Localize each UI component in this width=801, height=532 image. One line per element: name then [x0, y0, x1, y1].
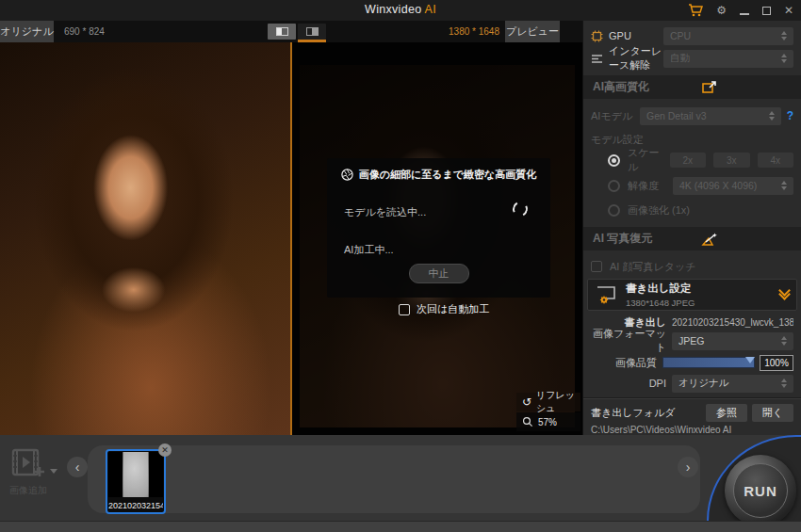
quality-slider[interactable]: [662, 357, 755, 368]
dpi-label: DPI: [591, 378, 666, 389]
side-by-side-view-button[interactable]: [298, 24, 326, 40]
loading-model-text: モデルを読込中...: [344, 205, 426, 219]
tab-preview[interactable]: プレビュー: [505, 21, 560, 42]
upscale-icon: [702, 80, 718, 94]
browse-button[interactable]: 参照: [706, 404, 747, 422]
format-select[interactable]: JPEG: [672, 332, 793, 350]
magnifier-icon: [522, 416, 533, 427]
maximize-button[interactable]: [762, 2, 771, 19]
auto-process-checkbox[interactable]: [399, 304, 410, 315]
resolution-radio[interactable]: [608, 180, 620, 192]
enhance1x-label: 画像強化 (1x): [628, 203, 690, 218]
refresh-label: リフレッシュ: [536, 389, 575, 415]
scale-3x-button[interactable]: 3x: [713, 153, 749, 168]
export-settings-title: 書き出し設定: [626, 282, 695, 296]
updown-caret-icon: [781, 31, 787, 40]
export-settings-icon: [596, 284, 618, 305]
scroll-right-button[interactable]: ›: [678, 457, 698, 477]
thumbnail-image-frame: [108, 452, 163, 497]
scale-2x-button[interactable]: 2x: [670, 153, 706, 168]
processing-dialog: 画像の細部に至るまで緻密な高画質化 モデルを読込中... AI加工中... 中止: [327, 158, 550, 298]
gpu-row: GPU CPU: [583, 26, 801, 45]
folder-path: C:\Users\PC\Videos\Winxvideo AI: [583, 425, 801, 435]
gpu-chip-icon: [591, 30, 603, 42]
ai-model-label: AIモデル: [591, 109, 640, 123]
run-button[interactable]: RUN: [725, 455, 796, 526]
scale-radio[interactable]: [608, 154, 620, 167]
refresh-icon: ↺: [522, 395, 531, 409]
scale-4x-button[interactable]: 4x: [758, 153, 793, 168]
format-label: 画像フォーマット: [591, 327, 666, 355]
resolution-value: 4K (4096 X 4096): [679, 180, 777, 191]
help-icon[interactable]: ?: [787, 109, 793, 122]
enhance-section-title: AI高画質化: [593, 79, 649, 95]
dpi-value: オリジナル: [678, 377, 777, 390]
format-value: JPEG: [678, 335, 777, 347]
export-settings-panel[interactable]: 書き出し設定 1380*1648 JPEG: [587, 279, 797, 311]
deinterlace-label: インターレース解除: [609, 44, 663, 73]
deinterlace-value: 自動: [670, 52, 777, 65]
bottom-strip: [0, 521, 801, 532]
split-view-button[interactable]: [268, 24, 296, 40]
resolution-label: 解像度: [628, 179, 665, 193]
deinterlace-select[interactable]: 自動: [663, 50, 793, 68]
ai-model-value: Gen Detail v3: [646, 110, 765, 121]
add-image-button[interactable]: [11, 448, 60, 482]
close-button[interactable]: ✕: [784, 5, 793, 16]
minimize-button[interactable]: [740, 2, 749, 19]
export-filename: 20210203215430_lwcvk_1380x1648.jpg: [672, 317, 793, 328]
model-settings-label: モデル設定: [583, 133, 801, 146]
side-by-side-view-icon: [306, 27, 319, 36]
format-row: 画像フォーマット JPEG: [583, 331, 801, 350]
retouch-row: AI 顔写真レタッチ: [583, 260, 801, 273]
refresh-button[interactable]: ↺ リフレッシュ: [516, 393, 580, 411]
original-image-pane[interactable]: [0, 42, 290, 435]
view-mode-toggles: [268, 24, 326, 40]
scale-label: スケール: [628, 146, 662, 174]
slider-handle[interactable]: [745, 357, 755, 363]
cancel-button[interactable]: 中止: [409, 264, 469, 283]
gpu-select[interactable]: CPU: [663, 27, 793, 45]
gear-icon[interactable]: ⚙: [716, 5, 727, 16]
film-add-icon: [11, 448, 47, 480]
dpi-row: DPI オリジナル: [583, 375, 801, 392]
sidebar-divider: [583, 397, 801, 399]
magic-wand-icon: [701, 233, 718, 246]
auto-process-label: 次回は自動加工: [417, 302, 489, 316]
restore-section-header: AI 写真復元: [583, 227, 801, 250]
add-dropdown-caret-icon[interactable]: [50, 469, 57, 474]
media-thumbnail[interactable]: 20210203215430 ✕: [106, 449, 166, 514]
open-button[interactable]: 開く: [752, 404, 793, 422]
restore-section-title: AI 写真復元: [593, 231, 652, 247]
media-bar: 画像追加 ‹ 20210203215430 ✕ › RUN: [0, 435, 801, 521]
updown-caret-icon: [781, 336, 787, 346]
deinterlace-row: インターレース解除 自動: [583, 49, 801, 68]
app-name-accent: AI: [425, 3, 436, 16]
scroll-left-button[interactable]: ‹: [67, 457, 88, 477]
export-settings-texts: 書き出し設定 1380*1648 JPEG: [626, 282, 695, 308]
thumbnail-filename: 20210203215430: [108, 501, 163, 510]
enhance1x-row: 画像強化 (1x): [583, 202, 801, 218]
zoom-indicator[interactable]: 57%: [516, 412, 580, 431]
ai-model-select[interactable]: Gen Detail v3: [640, 107, 781, 125]
retouch-checkbox[interactable]: [591, 261, 602, 272]
resolution-select[interactable]: 4K (4096 X 4096): [673, 177, 793, 195]
updown-caret-icon: [781, 181, 787, 190]
retouch-label: AI 顔写真レタッチ: [610, 260, 695, 274]
dialog-title-row: 画像の細部に至るまで緻密な高画質化: [327, 168, 550, 182]
tab-original[interactable]: オリジナル: [0, 21, 54, 42]
thumbnail-close-icon[interactable]: ✕: [158, 443, 172, 457]
updown-caret-icon: [781, 379, 787, 388]
double-chevron-down-icon[interactable]: [780, 291, 789, 298]
cart-icon[interactable]: [688, 4, 703, 17]
updown-caret-icon: [769, 111, 775, 121]
folder-row: 書き出しフォルダ 参照 開く: [583, 404, 801, 422]
view-toolbar: オリジナル 690 * 824 1380 * 1648 プレビュー: [0, 21, 582, 42]
dpi-select[interactable]: オリジナル: [672, 375, 793, 393]
aperture-icon: [341, 169, 353, 181]
export-settings-summary: 1380*1648 JPEG: [626, 298, 695, 308]
enhance1x-radio[interactable]: [608, 204, 620, 217]
updown-caret-icon: [781, 54, 787, 63]
app-title: Winxvideo AI: [0, 3, 801, 16]
titlebar: Winxvideo AI ⚙ ✕: [0, 0, 801, 21]
